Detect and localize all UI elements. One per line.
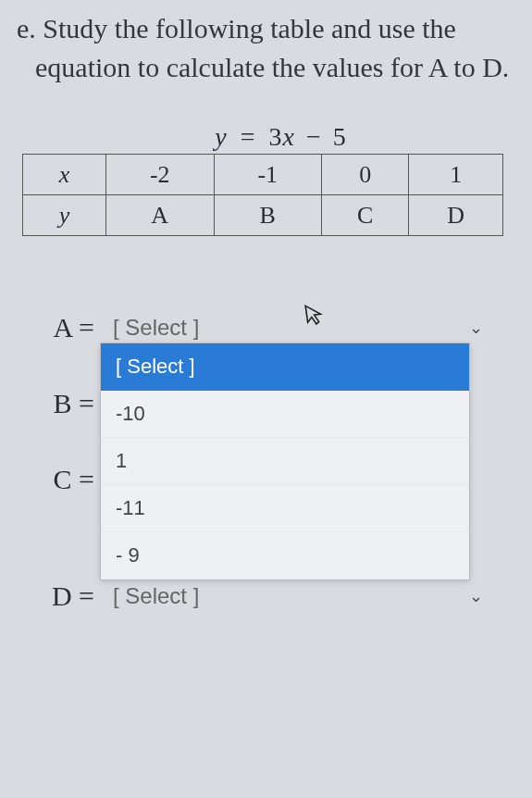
x-cell: -1 bbox=[214, 155, 322, 195]
equation: y = 3x − 5 bbox=[0, 122, 525, 152]
y-cell: D bbox=[409, 195, 503, 236]
dropdown-option-placeholder[interactable]: [ Select ] bbox=[101, 343, 469, 391]
table-row: y A B C D bbox=[23, 195, 503, 236]
dropdown-option[interactable]: -10 bbox=[101, 391, 469, 438]
eq-op: − bbox=[306, 122, 322, 151]
dropdown-option[interactable]: - 9 bbox=[101, 532, 469, 580]
question-marker: e. bbox=[17, 13, 36, 44]
y-cell: C bbox=[322, 195, 409, 236]
question-text: e. Study the following table and use the… bbox=[19, 9, 525, 87]
x-cell: 0 bbox=[322, 155, 409, 195]
eq-coef: 3 bbox=[269, 122, 283, 151]
select-d[interactable]: [ Select ] ⌄ bbox=[100, 574, 498, 618]
eq-const: 5 bbox=[333, 122, 347, 151]
y-cell: B bbox=[214, 195, 322, 236]
eq-lhs: y bbox=[215, 122, 227, 151]
row-x-label: x bbox=[23, 155, 106, 195]
answers-area: A = [ Select ] ⌄ [ Select ] -10 1 -11 - … bbox=[0, 292, 525, 632]
x-cell: 1 bbox=[409, 155, 503, 195]
eq-equals: = bbox=[241, 122, 256, 151]
y-cell: A bbox=[106, 195, 215, 236]
dropdown-option[interactable]: 1 bbox=[101, 438, 469, 485]
answer-label-c: C = bbox=[28, 464, 100, 495]
select-a-dropdown[interactable]: [ Select ] -10 1 -11 - 9 bbox=[100, 343, 470, 580]
chevron-down-icon: ⌄ bbox=[469, 318, 483, 338]
chevron-down-icon: ⌄ bbox=[469, 586, 483, 606]
select-a-value: [ Select ] bbox=[113, 315, 199, 341]
question-body: Study the following table and use the eq… bbox=[35, 13, 509, 82]
answer-label-b: B = bbox=[28, 388, 100, 419]
x-cell: -2 bbox=[106, 155, 215, 195]
answer-label-d: D = bbox=[28, 580, 100, 612]
row-y-label: y bbox=[23, 195, 106, 236]
select-d-value: [ Select ] bbox=[113, 583, 199, 609]
cursor-icon bbox=[303, 302, 328, 334]
table-row: x -2 -1 0 1 bbox=[23, 155, 503, 195]
eq-rhs-var: x bbox=[283, 122, 295, 151]
answer-label-a: A = bbox=[28, 312, 100, 343]
data-table: x -2 -1 0 1 y A B C D bbox=[22, 154, 503, 236]
dropdown-option[interactable]: -11 bbox=[101, 485, 469, 532]
